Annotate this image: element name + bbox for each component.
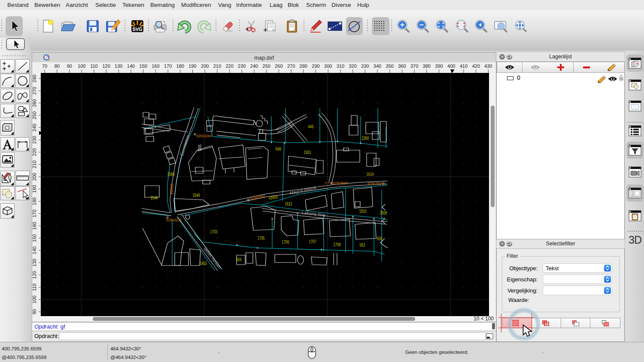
- svg-text:250: 250: [263, 63, 270, 69]
- svg-text:SVG: SVG: [132, 27, 142, 32]
- svg-text:1705: 1705: [258, 236, 265, 241]
- svg-text:90: 90: [32, 309, 37, 314]
- svg-text:320: 320: [349, 63, 356, 69]
- svg-text:120: 120: [32, 271, 37, 279]
- svg-text:200: 200: [32, 173, 37, 181]
- svg-text:230: 230: [32, 136, 37, 144]
- svg-text:410: 410: [460, 63, 468, 69]
- svg-text:190: 190: [32, 185, 37, 193]
- svg-text:250: 250: [32, 112, 37, 119]
- svg-text:550: 550: [377, 236, 383, 241]
- svg-text:160: 160: [152, 63, 159, 69]
- svg-text:400: 400: [447, 63, 455, 69]
- svg-text:270: 270: [32, 87, 37, 94]
- svg-text:445: 445: [308, 124, 314, 129]
- svg-text:240: 240: [32, 124, 37, 131]
- svg-text:1612: 1612: [285, 202, 292, 206]
- svg-text:230: 230: [238, 63, 246, 69]
- svg-text:130: 130: [32, 259, 37, 266]
- svg-text:1953: 1953: [200, 261, 207, 266]
- svg-text:2360: 2360: [362, 136, 369, 141]
- svg-text:340: 340: [374, 63, 381, 69]
- svg-text:130: 130: [115, 63, 122, 69]
- svg-text:290: 290: [312, 63, 319, 69]
- svg-text:1703: 1703: [210, 229, 218, 234]
- svg-text:210: 210: [213, 63, 221, 69]
- svg-text:1708: 1708: [334, 242, 341, 247]
- svg-text:260: 260: [32, 99, 37, 107]
- svg-text:210: 210: [32, 160, 37, 168]
- svg-text:360: 360: [398, 63, 406, 69]
- svg-text:180: 180: [176, 63, 184, 69]
- svg-text:310: 310: [337, 63, 344, 69]
- svg-text:300: 300: [324, 63, 332, 69]
- svg-text:100: 100: [78, 63, 85, 69]
- svg-text:1706: 1706: [282, 240, 289, 244]
- svg-text:280: 280: [32, 75, 37, 82]
- svg-text:555: 555: [236, 257, 242, 262]
- svg-text:260: 260: [275, 63, 283, 69]
- svg-text:330: 330: [361, 63, 369, 69]
- svg-text:160: 160: [32, 222, 37, 229]
- svg-text:52563694: 52563694: [368, 181, 383, 186]
- svg-text:1580: 1580: [167, 172, 175, 177]
- svg-text:350: 350: [386, 63, 394, 69]
- svg-text:120: 120: [102, 63, 110, 69]
- svg-text:1549: 1549: [193, 193, 200, 198]
- svg-text:150: 150: [140, 63, 147, 69]
- svg-text:2546: 2546: [151, 196, 158, 200]
- svg-text:2506: 2506: [380, 211, 387, 215]
- svg-text:200: 200: [201, 63, 209, 69]
- svg-text:420: 420: [472, 63, 480, 69]
- svg-text:370: 370: [410, 63, 418, 69]
- svg-text:1810: 1810: [359, 209, 367, 214]
- svg-text:70: 70: [42, 63, 47, 69]
- svg-text:270: 270: [287, 63, 295, 69]
- svg-text:110: 110: [90, 63, 98, 69]
- svg-text:80: 80: [55, 63, 60, 69]
- svg-text:140: 140: [32, 247, 37, 254]
- svg-text:52563236: 52563236: [166, 217, 182, 222]
- svg-text:170: 170: [32, 210, 37, 217]
- svg-text:430: 430: [484, 63, 492, 69]
- svg-text:240: 240: [250, 63, 258, 69]
- svg-text:52563284: 52563284: [196, 133, 212, 138]
- svg-text:1614: 1614: [367, 172, 374, 177]
- svg-text:52563693: 52563693: [332, 181, 348, 185]
- svg-text:180: 180: [32, 197, 37, 205]
- svg-text:100: 100: [32, 296, 37, 303]
- svg-text:190: 190: [188, 63, 196, 69]
- svg-text:552: 552: [360, 243, 365, 247]
- svg-text:140: 140: [127, 63, 135, 69]
- svg-text:150: 150: [32, 234, 37, 242]
- svg-text:90: 90: [67, 63, 72, 69]
- svg-text:43506: 43506: [169, 184, 174, 195]
- svg-text:1707: 1707: [309, 239, 316, 244]
- svg-text:220: 220: [32, 148, 37, 156]
- svg-text:170: 170: [164, 63, 172, 69]
- svg-text:110: 110: [32, 284, 37, 291]
- svg-text:1931: 1931: [304, 150, 311, 155]
- svg-text:380: 380: [423, 63, 431, 69]
- svg-text:390: 390: [435, 63, 443, 69]
- svg-text:280: 280: [300, 63, 307, 69]
- svg-text:548: 548: [276, 147, 281, 151]
- svg-text:220: 220: [225, 63, 233, 69]
